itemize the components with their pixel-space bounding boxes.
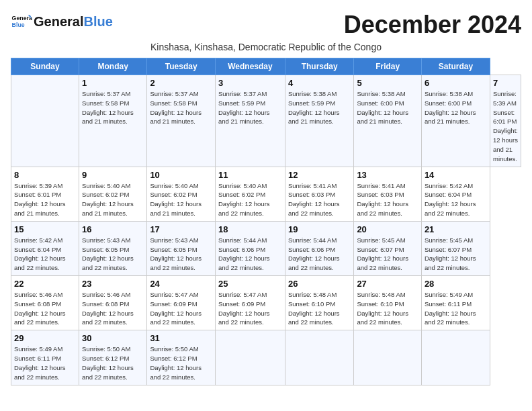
day-number: 9 bbox=[82, 170, 144, 180]
day-number: 7 bbox=[493, 78, 518, 88]
day-detail: Sunrise: 5:41 AMSunset: 6:03 PMDaylight:… bbox=[288, 182, 340, 217]
day-number: 10 bbox=[150, 170, 212, 180]
table-row: 3Sunrise: 5:37 AMSunset: 5:59 PMDaylight… bbox=[216, 75, 285, 167]
day-number: 3 bbox=[218, 78, 282, 88]
day-number: 14 bbox=[425, 170, 487, 180]
day-number: 25 bbox=[218, 279, 282, 289]
day-detail: Sunrise: 5:48 AMSunset: 6:10 PMDaylight:… bbox=[357, 291, 408, 326]
table-row: 26Sunrise: 5:48 AMSunset: 6:10 PMDayligh… bbox=[285, 276, 353, 330]
day-number: 8 bbox=[14, 170, 76, 180]
table-row: 8Sunrise: 5:39 AMSunset: 6:01 PMDaylight… bbox=[11, 167, 79, 221]
day-number: 27 bbox=[357, 279, 418, 289]
calendar-week-3: 22Sunrise: 5:46 AMSunset: 6:08 PMDayligh… bbox=[11, 276, 521, 330]
calendar-week-4: 29Sunrise: 5:49 AMSunset: 6:11 PMDayligh… bbox=[11, 330, 521, 385]
header-tuesday: Tuesday bbox=[147, 58, 216, 75]
table-row: 28Sunrise: 5:49 AMSunset: 6:11 PMDayligh… bbox=[421, 276, 490, 330]
day-number: 20 bbox=[357, 224, 418, 234]
day-detail: Sunrise: 5:38 AMSunset: 6:00 PMDaylight:… bbox=[357, 90, 408, 125]
table-row: 17Sunrise: 5:43 AMSunset: 6:05 PMDayligh… bbox=[147, 221, 216, 275]
table-row: 6Sunrise: 5:38 AMSunset: 6:00 PMDaylight… bbox=[421, 75, 490, 167]
table-row bbox=[216, 330, 285, 385]
day-detail: Sunrise: 5:37 AMSunset: 5:59 PMDaylight:… bbox=[218, 90, 270, 125]
table-row: 20Sunrise: 5:45 AMSunset: 6:07 PMDayligh… bbox=[354, 221, 422, 275]
day-detail: Sunrise: 5:50 AMSunset: 6:12 PMDaylight:… bbox=[150, 345, 202, 380]
day-detail: Sunrise: 5:44 AMSunset: 6:06 PMDaylight:… bbox=[288, 236, 340, 271]
table-row: 31Sunrise: 5:50 AMSunset: 6:12 PMDayligh… bbox=[147, 330, 216, 385]
day-detail: Sunrise: 5:37 AMSunset: 5:58 PMDaylight:… bbox=[150, 90, 202, 125]
table-row bbox=[354, 330, 422, 385]
day-detail: Sunrise: 5:37 AMSunset: 5:58 PMDaylight:… bbox=[82, 90, 134, 125]
calendar-week-2: 15Sunrise: 5:42 AMSunset: 6:04 PMDayligh… bbox=[11, 221, 521, 275]
day-detail: Sunrise: 5:42 AMSunset: 6:04 PMDaylight:… bbox=[425, 182, 476, 217]
header-sunday: Sunday bbox=[11, 58, 79, 75]
day-number: 24 bbox=[150, 279, 212, 289]
day-detail: Sunrise: 5:47 AMSunset: 6:09 PMDaylight:… bbox=[150, 291, 202, 326]
header-monday: Monday bbox=[79, 58, 147, 75]
table-row: 2Sunrise: 5:37 AMSunset: 5:58 PMDaylight… bbox=[147, 75, 216, 167]
day-number: 30 bbox=[82, 333, 144, 343]
subtitle: Kinshasa, Kinshasa, Democratic Republic … bbox=[11, 42, 521, 52]
day-number: 19 bbox=[288, 224, 351, 234]
day-detail: Sunrise: 5:38 AMSunset: 5:59 PMDaylight:… bbox=[288, 90, 340, 125]
day-number: 2 bbox=[150, 78, 212, 88]
svg-text:Blue: Blue bbox=[12, 21, 25, 28]
header-thursday: Thursday bbox=[285, 58, 353, 75]
empty-cell bbox=[11, 75, 79, 167]
logo-general-text: General bbox=[34, 14, 83, 29]
table-row: 10Sunrise: 5:40 AMSunset: 6:02 PMDayligh… bbox=[147, 167, 216, 221]
calendar-header-row: Sunday Monday Tuesday Wednesday Thursday… bbox=[11, 58, 521, 75]
day-detail: Sunrise: 5:43 AMSunset: 6:05 PMDaylight:… bbox=[150, 236, 202, 271]
header-saturday: Saturday bbox=[421, 58, 490, 75]
table-row: 16Sunrise: 5:43 AMSunset: 6:05 PMDayligh… bbox=[79, 221, 147, 275]
day-number: 16 bbox=[82, 224, 144, 234]
table-row: 19Sunrise: 5:44 AMSunset: 6:06 PMDayligh… bbox=[285, 221, 353, 275]
day-detail: Sunrise: 5:45 AMSunset: 6:07 PMDaylight:… bbox=[425, 236, 476, 271]
day-detail: Sunrise: 5:40 AMSunset: 6:02 PMDaylight:… bbox=[150, 182, 202, 217]
day-detail: Sunrise: 5:38 AMSunset: 6:00 PMDaylight:… bbox=[425, 90, 476, 125]
table-row: 18Sunrise: 5:44 AMSunset: 6:06 PMDayligh… bbox=[216, 221, 285, 275]
day-number: 21 bbox=[425, 224, 487, 234]
day-detail: Sunrise: 5:43 AMSunset: 6:05 PMDaylight:… bbox=[82, 236, 134, 271]
day-detail: Sunrise: 5:47 AMSunset: 6:09 PMDaylight:… bbox=[218, 291, 270, 326]
day-detail: Sunrise: 5:49 AMSunset: 6:11 PMDaylight:… bbox=[14, 345, 66, 380]
table-row bbox=[421, 330, 490, 385]
logo: General Blue GeneralBlue bbox=[11, 11, 113, 32]
day-number: 4 bbox=[288, 78, 351, 88]
day-detail: Sunrise: 5:40 AMSunset: 6:02 PMDaylight:… bbox=[82, 182, 134, 217]
day-number: 12 bbox=[288, 170, 351, 180]
day-number: 5 bbox=[357, 78, 418, 88]
calendar-table: Sunday Monday Tuesday Wednesday Thursday… bbox=[11, 58, 521, 385]
day-detail: Sunrise: 5:50 AMSunset: 6:12 PMDaylight:… bbox=[82, 345, 134, 380]
table-row: 23Sunrise: 5:46 AMSunset: 6:08 PMDayligh… bbox=[79, 276, 147, 330]
day-number: 18 bbox=[218, 224, 282, 234]
table-row: 29Sunrise: 5:49 AMSunset: 6:11 PMDayligh… bbox=[11, 330, 79, 385]
day-detail: Sunrise: 5:45 AMSunset: 6:07 PMDaylight:… bbox=[357, 236, 408, 271]
table-row: 1Sunrise: 5:37 AMSunset: 5:58 PMDaylight… bbox=[79, 75, 147, 167]
header-wednesday: Wednesday bbox=[216, 58, 285, 75]
month-title: December 2024 bbox=[344, 11, 521, 39]
day-detail: Sunrise: 5:44 AMSunset: 6:06 PMDaylight:… bbox=[218, 236, 270, 271]
calendar-week-1: 8Sunrise: 5:39 AMSunset: 6:01 PMDaylight… bbox=[11, 167, 521, 221]
day-detail: Sunrise: 5:40 AMSunset: 6:02 PMDaylight:… bbox=[218, 182, 270, 217]
table-row bbox=[285, 330, 353, 385]
table-row: 12Sunrise: 5:41 AMSunset: 6:03 PMDayligh… bbox=[285, 167, 353, 221]
logo-blue-text: Blue bbox=[83, 14, 112, 29]
table-row: 5Sunrise: 5:38 AMSunset: 6:00 PMDaylight… bbox=[354, 75, 422, 167]
day-number: 13 bbox=[357, 170, 418, 180]
table-row: 14Sunrise: 5:42 AMSunset: 6:04 PMDayligh… bbox=[421, 167, 490, 221]
day-detail: Sunrise: 5:41 AMSunset: 6:03 PMDaylight:… bbox=[357, 182, 408, 217]
table-row: 15Sunrise: 5:42 AMSunset: 6:04 PMDayligh… bbox=[11, 221, 79, 275]
day-detail: Sunrise: 5:39 AMSunset: 6:01 PMDaylight:… bbox=[493, 90, 518, 163]
table-row: 27Sunrise: 5:48 AMSunset: 6:10 PMDayligh… bbox=[354, 276, 422, 330]
header-friday: Friday bbox=[354, 58, 422, 75]
day-number: 29 bbox=[14, 333, 76, 343]
day-number: 11 bbox=[218, 170, 282, 180]
table-row: 24Sunrise: 5:47 AMSunset: 6:09 PMDayligh… bbox=[147, 276, 216, 330]
calendar-week-0: 1Sunrise: 5:37 AMSunset: 5:58 PMDaylight… bbox=[11, 75, 521, 167]
day-number: 17 bbox=[150, 224, 212, 234]
table-row: 25Sunrise: 5:47 AMSunset: 6:09 PMDayligh… bbox=[216, 276, 285, 330]
day-number: 22 bbox=[14, 279, 76, 289]
table-row: 9Sunrise: 5:40 AMSunset: 6:02 PMDaylight… bbox=[79, 167, 147, 221]
table-row: 30Sunrise: 5:50 AMSunset: 6:12 PMDayligh… bbox=[79, 330, 147, 385]
generalblue-logo-icon: General Blue bbox=[11, 11, 32, 32]
